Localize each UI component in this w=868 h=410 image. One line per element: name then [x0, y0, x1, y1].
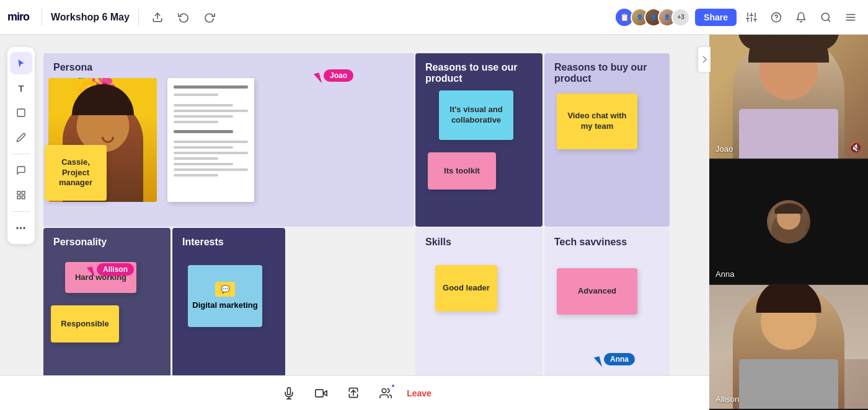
collapse-video-panel[interactable]: [698, 47, 711, 72]
microphone-button[interactable]: [278, 382, 300, 404]
svg-rect-25: [316, 390, 323, 397]
doc-line: [174, 157, 218, 160]
doc-line: [174, 174, 218, 177]
menu-icon: [845, 12, 856, 23]
video-anna-feed: [709, 160, 868, 284]
cursor-anna: Anna: [595, 357, 601, 368]
section-interests: Interests 💬 Digital marketing: [172, 228, 285, 375]
sidebar-tool-frame[interactable]: [10, 184, 32, 206]
sticky-video-chat[interactable]: Video chat with my team: [557, 94, 637, 149]
collapse-icon: [701, 55, 707, 64]
svg-rect-21: [17, 196, 20, 199]
video-tile-joao: 🔇 Joao: [709, 35, 868, 160]
sidebar-tool-comment[interactable]: [10, 159, 32, 181]
frame-icon: [16, 190, 26, 200]
camera-icon: [315, 387, 327, 399]
leave-label: Leave: [407, 388, 432, 398]
video-allison-feed: [709, 285, 868, 409]
doc-line: [174, 130, 233, 133]
interests-title: Interests: [182, 237, 275, 248]
section-persona: Persona 🌸🌺🌼: [43, 53, 414, 227]
doc-line: [174, 85, 248, 89]
upload-button[interactable]: [148, 7, 167, 27]
screen-share-icon: [347, 387, 360, 399]
section-reasons-use: Reasons to use our product It's visual a…: [415, 53, 542, 227]
cursor-allison: Allison: [88, 267, 94, 278]
menu-button[interactable]: [841, 7, 861, 27]
sticky-advanced[interactable]: Advanced: [557, 268, 637, 315]
redo-button[interactable]: [200, 7, 219, 27]
tech-title: Tech savviness: [554, 237, 660, 248]
undo-button[interactable]: [174, 7, 193, 27]
cursor-label-joao: Joao: [324, 69, 353, 82]
leave-button[interactable]: Leave: [407, 388, 432, 398]
pen-icon: [16, 133, 26, 142]
svg-marker-24: [323, 390, 327, 395]
notifications-button[interactable]: [791, 7, 811, 27]
sticky-responsible[interactable]: Responsible: [51, 305, 119, 342]
reasons-use-title: Reasons to use our product: [425, 62, 533, 84]
redo-icon: [204, 12, 215, 23]
svg-rect-18: [17, 191, 20, 194]
sticky-cassie[interactable]: Cassie, Project manager: [45, 145, 107, 201]
upload-icon: [152, 12, 163, 23]
video-panel: 🔇 Joao Anna Allison: [709, 35, 868, 410]
doc-line: [174, 146, 233, 149]
video-name-allison: Allison: [715, 395, 739, 404]
help-button[interactable]: [766, 7, 786, 27]
sticky-good-leader[interactable]: Good leader: [435, 265, 497, 312]
sidebar-tool-pen[interactable]: [10, 126, 32, 149]
personality-title: Personality: [53, 237, 161, 248]
doc-line: [174, 104, 233, 107]
more-icon: •••: [16, 224, 27, 233]
sidebar-tool-text[interactable]: T: [10, 77, 32, 99]
sidebar-tool-more[interactable]: •••: [10, 217, 32, 239]
canvas[interactable]: Persona 🌸🌺🌼: [0, 35, 709, 375]
help-icon: [771, 12, 782, 23]
doc-line: [174, 121, 218, 123]
sticky-toolkit[interactable]: Its toolkit: [428, 152, 496, 190]
sticky-digital-marketing[interactable]: 💬 Digital marketing: [188, 265, 262, 327]
topbar-divider: [42, 9, 42, 26]
sidebar-tool-note[interactable]: [10, 102, 32, 124]
sidebar-tool-select[interactable]: [10, 52, 32, 74]
doc-line: [174, 141, 248, 143]
participants-button[interactable]: [374, 382, 397, 404]
video-tile-anna: Anna: [709, 160, 868, 285]
anna-avatar: [767, 200, 810, 243]
svg-rect-19: [22, 191, 25, 194]
doc-line: [174, 115, 233, 118]
video-tile-allison: Allison: [709, 285, 868, 410]
sidebar-divider-2: [12, 211, 30, 212]
left-sidebar: T •••: [7, 47, 35, 244]
microphone-icon: [283, 387, 295, 399]
sticky-visual[interactable]: It's visual and collaborative: [439, 90, 513, 140]
undo-icon: [178, 12, 189, 23]
cursor-label-anna: Anna: [604, 353, 635, 365]
section-reasons-buy: Reasons to buy our product Video chat wi…: [544, 53, 670, 227]
svg-line-13: [828, 19, 830, 21]
board-frame: Persona 🌸🌺🌼: [43, 53, 670, 375]
miro-logo: miro: [7, 11, 29, 24]
bottom-bar: Leave: [0, 375, 709, 410]
search-button[interactable]: [816, 7, 836, 27]
bell-icon: [795, 12, 807, 23]
comment-icon: [16, 165, 26, 175]
svg-point-27: [382, 388, 386, 393]
search-icon: [820, 12, 831, 23]
camera-button[interactable]: [310, 382, 332, 404]
sliders-icon: [746, 12, 757, 23]
doc-line: [174, 163, 233, 165]
screen-share-button[interactable]: [342, 382, 365, 404]
text-icon: T: [18, 83, 24, 94]
board-title: Workshop 6 May: [51, 12, 130, 23]
svg-rect-17: [17, 109, 25, 116]
share-button[interactable]: Share: [695, 9, 737, 26]
board-settings-button[interactable]: [742, 7, 761, 27]
doc-line: [174, 152, 248, 154]
joao-mute-icon: 🔇: [849, 142, 862, 154]
skills-title: Skills: [425, 237, 533, 248]
cursor-label-allison: Allison: [97, 263, 134, 276]
document-preview: [167, 78, 254, 202]
avatar-group: 📋 👤 👤 👤 +3: [616, 8, 690, 27]
